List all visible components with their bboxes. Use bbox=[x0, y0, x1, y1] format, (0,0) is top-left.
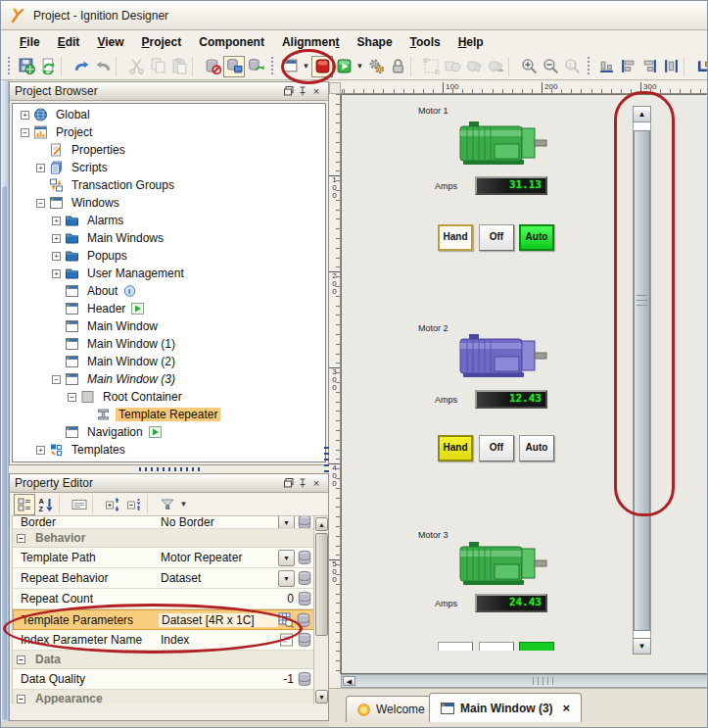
db-icon[interactable] bbox=[297, 632, 312, 648]
toolbar-grip[interactable] bbox=[586, 57, 592, 76]
zoom-out-icon[interactable] bbox=[540, 56, 561, 77]
tree-item-root-container[interactable]: −Root Container bbox=[13, 388, 325, 406]
property-value[interactable]: Index bbox=[158, 633, 279, 647]
db-reject-icon[interactable] bbox=[202, 56, 223, 77]
property-value[interactable]: 0 bbox=[158, 592, 297, 606]
cut-icon[interactable] bbox=[125, 56, 147, 77]
scroll-down-icon[interactable]: ▼ bbox=[315, 690, 328, 704]
collapse-icon[interactable]: − bbox=[68, 393, 76, 402]
expand-icon[interactable]: + bbox=[52, 252, 61, 261]
canvas-horizontal-scrollbar[interactable]: ◀ bbox=[341, 674, 708, 688]
float-panel-icon[interactable] bbox=[282, 85, 296, 98]
expand-icon[interactable]: + bbox=[52, 269, 61, 278]
collapse-icon[interactable]: − bbox=[17, 534, 25, 543]
slider-thumb[interactable] bbox=[634, 130, 650, 631]
property-row-data-quality[interactable]: Data Quality-1 bbox=[13, 669, 314, 690]
tree-item-about[interactable]: Abouti bbox=[13, 282, 325, 300]
close-panel-icon[interactable]: × bbox=[309, 85, 323, 98]
tree-item-user-management[interactable]: +User Management bbox=[13, 265, 325, 282]
motor-2-graphic[interactable] bbox=[459, 332, 547, 379]
property-value[interactable]: -1 bbox=[158, 672, 297, 686]
window-new-icon[interactable] bbox=[279, 56, 301, 77]
float-panel-icon[interactable] bbox=[282, 477, 296, 490]
scrollbar-thumb[interactable] bbox=[315, 533, 328, 636]
collapse-icon[interactable]: − bbox=[21, 128, 29, 137]
align-distribute-icon[interactable] bbox=[660, 56, 682, 77]
copy-icon[interactable] bbox=[147, 56, 168, 77]
hand-button-1[interactable]: Hand bbox=[438, 224, 473, 251]
db-refresh-icon[interactable] bbox=[245, 56, 266, 77]
preview-stop-icon[interactable] bbox=[311, 56, 333, 77]
shape-union-icon[interactable] bbox=[463, 56, 485, 77]
scroll-left-icon[interactable]: ◀ bbox=[343, 676, 355, 686]
tree-item-properties[interactable]: Properties bbox=[13, 141, 325, 159]
hand-button-3[interactable] bbox=[438, 642, 473, 651]
tree-item-main-window[interactable]: Main Window bbox=[13, 317, 325, 335]
dropdown-icon[interactable]: ▼ bbox=[278, 516, 295, 529]
property-row-template-path[interactable]: Template PathMotor Repeater▼ bbox=[13, 548, 314, 568]
menu-help[interactable]: Help bbox=[449, 33, 493, 51]
tab-close-icon[interactable]: × bbox=[563, 701, 571, 715]
amps-display-3[interactable]: 24.43 bbox=[475, 594, 547, 612]
filter-caret-icon[interactable]: ▼ bbox=[178, 500, 189, 509]
redo-icon[interactable] bbox=[92, 56, 114, 77]
property-row-index-parameter-name[interactable]: Index Parameter NameIndex bbox=[13, 630, 314, 651]
paste-icon[interactable] bbox=[168, 56, 190, 77]
property-row-repeat-count[interactable]: Repeat Count0 bbox=[13, 589, 314, 609]
tree-item-navigation[interactable]: Navigation bbox=[13, 423, 325, 441]
gears-icon[interactable] bbox=[365, 56, 387, 77]
select-group-icon[interactable] bbox=[420, 56, 442, 77]
db-icon[interactable] bbox=[297, 570, 312, 586]
db-icon[interactable] bbox=[296, 612, 311, 628]
tree-item-scripts[interactable]: +Scripts bbox=[13, 159, 325, 176]
tree-item-header[interactable]: Header bbox=[13, 300, 325, 317]
play-green-icon[interactable] bbox=[333, 56, 354, 77]
tab-main-window-3[interactable]: Main Window (3) × bbox=[429, 693, 582, 722]
select-shapes-icon[interactable] bbox=[442, 56, 463, 77]
tree-item-main-window-1-[interactable]: Main Window (1) bbox=[13, 335, 325, 353]
update-icon[interactable] bbox=[37, 56, 59, 77]
tree-item-transaction-groups[interactable]: Transaction Groups bbox=[13, 176, 325, 194]
collapse-icon[interactable]: − bbox=[17, 695, 25, 704]
table-icon[interactable] bbox=[278, 612, 294, 628]
amps-display-2[interactable]: 12.43 bbox=[475, 390, 547, 409]
collapse-all-icon[interactable] bbox=[123, 494, 145, 515]
property-value[interactable]: No Border bbox=[158, 516, 278, 529]
menu-edit[interactable]: Edit bbox=[49, 33, 89, 51]
collapse-icon[interactable]: − bbox=[52, 375, 61, 384]
amps-display-1[interactable]: 31.13 bbox=[475, 176, 547, 195]
dropdown-caret-icon[interactable]: ▼ bbox=[354, 62, 365, 71]
expand-icon[interactable]: + bbox=[36, 446, 45, 455]
expand-icon[interactable]: + bbox=[36, 164, 45, 172]
zoom-in-icon[interactable] bbox=[518, 56, 540, 77]
expand-icon[interactable]: + bbox=[52, 217, 61, 225]
shape-subtract-icon[interactable] bbox=[485, 56, 506, 77]
menu-shape[interactable]: Shape bbox=[349, 33, 401, 51]
tree-item-alarms[interactable]: +Alarms bbox=[13, 212, 325, 229]
tree-item-main-windows[interactable]: +Main Windows bbox=[13, 229, 325, 247]
tree-item-popups[interactable]: +Popups bbox=[13, 247, 325, 265]
category-data[interactable]: −Data bbox=[13, 651, 314, 669]
scroll-up-icon[interactable]: ▲ bbox=[315, 517, 328, 531]
zoom-actual-icon[interactable]: 1:1 bbox=[561, 56, 583, 77]
db-icon[interactable] bbox=[297, 550, 312, 565]
expand-all-icon[interactable] bbox=[102, 494, 123, 515]
db-icon[interactable] bbox=[297, 516, 312, 529]
menu-alignment[interactable]: Alignment bbox=[273, 33, 349, 51]
db-icon[interactable] bbox=[297, 591, 312, 607]
align-bottom-icon[interactable] bbox=[595, 56, 617, 77]
tree-item-main-window-2-[interactable]: Main Window (2) bbox=[13, 353, 325, 370]
menu-project[interactable]: Project bbox=[133, 33, 191, 51]
undo-icon[interactable] bbox=[71, 56, 92, 77]
slider-down-icon[interactable]: ▼ bbox=[633, 638, 651, 655]
collapse-icon[interactable]: − bbox=[17, 655, 25, 664]
tree-item-project[interactable]: −Project bbox=[13, 123, 325, 141]
close-panel-icon[interactable]: × bbox=[309, 477, 323, 490]
off-button-3[interactable] bbox=[479, 642, 514, 651]
align-right-icon[interactable] bbox=[638, 56, 660, 77]
auto-button-3[interactable] bbox=[519, 642, 554, 651]
menu-tools[interactable]: Tools bbox=[401, 33, 449, 51]
hand-button-2[interactable]: Hand bbox=[438, 435, 473, 461]
property-row-template-parameters[interactable]: Template ParametersDataset [4R x 1C] bbox=[13, 609, 314, 630]
save-icon[interactable] bbox=[16, 56, 37, 77]
